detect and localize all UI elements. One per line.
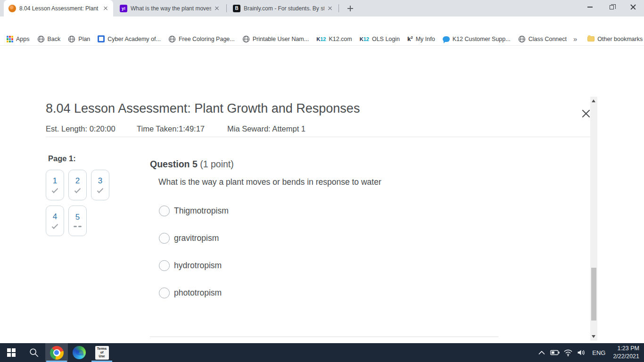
- tab-close-icon[interactable]: [213, 5, 221, 12]
- taskbar-chrome-button[interactable]: [45, 343, 68, 362]
- radio-button[interactable]: [159, 260, 170, 271]
- bookmark-k12com[interactable]: K12 K12.com: [313, 33, 356, 45]
- option-row-thigmotropism[interactable]: Thigmotropism: [159, 206, 229, 216]
- bookmark-plan[interactable]: Plan: [64, 33, 94, 45]
- browser-tabstrip: 8.04 Lesson Assessment: Plant G y! What …: [0, 0, 644, 16]
- question-number: 5: [75, 213, 80, 222]
- bookmark-k12-support[interactable]: K12 Customer Supp...: [439, 33, 514, 45]
- globe-icon: [68, 35, 75, 43]
- scroll-up-icon[interactable]: [592, 99, 595, 102]
- question-nav-4[interactable]: 4: [46, 206, 64, 236]
- yahoo-favicon-icon: y!: [120, 5, 127, 12]
- k-squared-icon: k2: [407, 35, 413, 42]
- taskbar-terms-of-use-button[interactable]: Terms of Use: [91, 343, 113, 362]
- bookmark-my-info[interactable]: k2 My Info: [404, 33, 439, 45]
- bookmark-label: My Info: [416, 36, 435, 42]
- windows-logo-icon: [7, 348, 16, 357]
- folder-icon: [587, 36, 594, 41]
- question-number: 3: [98, 176, 102, 186]
- quiz-scrollbar[interactable]: [590, 97, 597, 341]
- brainly-favicon-icon: B: [233, 5, 240, 12]
- option-row-hydrotropism[interactable]: hydrotropism: [159, 260, 222, 271]
- bookmark-ols-login[interactable]: K12 OLS Login: [356, 33, 404, 45]
- search-icon: [29, 347, 39, 358]
- question-nav-1[interactable]: 1: [46, 170, 64, 200]
- language-indicator[interactable]: ENG: [592, 349, 605, 356]
- clock-time: 1:23 PM: [617, 345, 639, 352]
- restore-icon: [610, 5, 614, 9]
- radio-button[interactable]: [159, 233, 170, 244]
- close-window-button[interactable]: [622, 0, 644, 14]
- tab-title: Brainly.com - For students. By stu: [244, 5, 324, 12]
- battery-icon[interactable]: [550, 347, 560, 358]
- tab-close-icon[interactable]: [102, 5, 109, 12]
- bookmark-label: Back: [48, 36, 61, 42]
- bookmark-label: Cyber Academy of...: [107, 36, 161, 42]
- bookmark-label: K12 Customer Supp...: [453, 36, 511, 42]
- bookmark-label: Apps: [16, 36, 30, 42]
- tab-yahoo-search[interactable]: y! What is the way the plant moves: [115, 0, 224, 16]
- scrollbar-thumb[interactable]: [591, 268, 596, 321]
- page-label: Page 1:: [48, 154, 76, 163]
- bookmark-printable-user[interactable]: Printable User Nam...: [239, 33, 313, 45]
- minimize-icon: [587, 7, 593, 8]
- question-nav-5[interactable]: 5: [68, 206, 87, 236]
- bookmark-label: Plan: [78, 36, 90, 42]
- bookmark-apps[interactable]: Apps: [3, 33, 33, 45]
- bookmark-cyber-academy[interactable]: Cyber Academy of...: [94, 33, 165, 45]
- option-row-phototropism[interactable]: phototropism: [159, 288, 222, 298]
- bookmarks-overflow-chevron[interactable]: »: [570, 33, 580, 45]
- chrome-icon: [50, 346, 64, 360]
- radio-button[interactable]: [159, 288, 170, 298]
- terms-of-use-icon: Terms of Use: [95, 346, 109, 360]
- question-nav-2[interactable]: 2: [68, 170, 87, 200]
- taskbar-edge-button[interactable]: [68, 343, 91, 362]
- bookmark-class-connect[interactable]: Class Connect: [514, 33, 570, 45]
- bookmark-label: Printable User Nam...: [253, 36, 309, 42]
- minimize-button[interactable]: [579, 0, 601, 14]
- footer-divider: [150, 337, 498, 337]
- bookmark-label: Free Coloring Page...: [179, 36, 235, 42]
- bookmark-label: OLS Login: [372, 36, 400, 42]
- globe-icon: [37, 35, 45, 43]
- tab-close-icon[interactable]: [326, 5, 334, 12]
- question-points: (1 point): [198, 159, 234, 169]
- start-button[interactable]: [0, 343, 23, 362]
- question-text: What is the way a plant moves or bends i…: [158, 177, 381, 187]
- taskbar-search-button[interactable]: [23, 343, 45, 362]
- saved-check-icon: [97, 187, 103, 193]
- other-bookmarks-button[interactable]: Other bookmarks: [584, 33, 644, 45]
- clock[interactable]: 1:23 PM 2/22/2021: [613, 345, 639, 361]
- speaker-icon[interactable]: [576, 347, 586, 358]
- system-tray: ENG 1:23 PM 2/22/2021: [537, 343, 644, 362]
- tab-lesson-assessment[interactable]: 8.04 Lesson Assessment: Plant G: [4, 0, 113, 16]
- taskbar: Terms of Use ENG 1:23 PM 2/22/2021: [0, 343, 644, 362]
- wifi-icon[interactable]: [563, 347, 573, 358]
- radio-button[interactable]: [159, 206, 170, 216]
- option-label: phototropism: [174, 288, 222, 298]
- bookmark-back[interactable]: Back: [33, 33, 65, 45]
- tab-separator: [226, 4, 227, 12]
- option-row-gravitropism[interactable]: gravitropism: [159, 233, 219, 244]
- tab-title: What is the way the plant moves: [131, 5, 211, 12]
- bookmark-label: K12.com: [329, 36, 352, 42]
- scroll-down-icon[interactable]: [592, 335, 595, 338]
- restore-button[interactable]: [601, 0, 622, 14]
- question-heading: Question 5 (1 point): [150, 159, 234, 170]
- globe-icon: [168, 35, 176, 43]
- attempt-info: Mia Seward: Attempt 1: [227, 124, 305, 133]
- question-number: 4: [53, 212, 57, 222]
- option-label: hydrotropism: [174, 261, 222, 271]
- header-divider: [46, 137, 597, 137]
- page-title: 8.04 Lesson Assessment: Plant Growth and…: [46, 101, 360, 116]
- saved-check-icon: [74, 187, 81, 193]
- bookmark-free-coloring[interactable]: Free Coloring Page...: [165, 33, 239, 45]
- tab-brainly[interactable]: B Brainly.com - For students. By stu: [228, 0, 338, 16]
- edge-icon: [73, 346, 86, 359]
- site-icon: [98, 35, 105, 42]
- question-number: 2: [75, 176, 80, 186]
- question-nav-3[interactable]: 3: [91, 170, 109, 200]
- tray-chevron-icon[interactable]: [537, 347, 547, 358]
- new-tab-button[interactable]: [344, 2, 356, 15]
- time-taken: Time Taken:1:49:17: [137, 124, 205, 133]
